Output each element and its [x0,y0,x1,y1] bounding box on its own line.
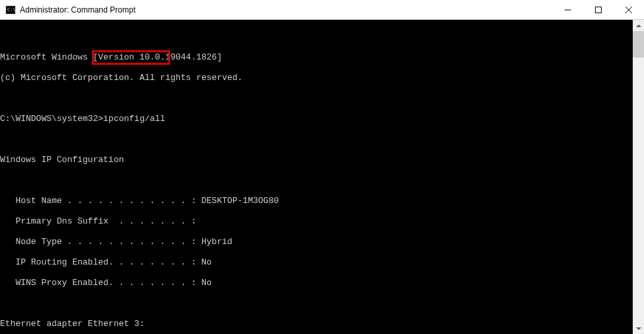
config-value: DESKTOP-1M3OG80 [201,196,279,206]
window-controls [553,0,644,19]
svg-text:C:\: C:\ [7,7,16,13]
config-label: IP Routing Enabled. . . . . . . . : [0,257,201,267]
section-heading: Windows IP Configuration [0,155,644,165]
terminal-content: Microsoft Windows [Version 10.0.19044.18… [0,42,644,334]
section-heading: Ethernet adapter Ethernet 3: [0,319,644,329]
cmd-icon: C:\ [5,5,16,15]
config-row: Primary Dns Suffix . . . . . . . : [0,216,644,227]
window-title: Administrator: Command Prompt [20,5,136,15]
config-row: WINS Proxy Enabled. . . . . . . . : No [0,278,644,288]
config-row: IP Routing Enabled. . . . . . . . : No [0,257,644,268]
vertical-scrollbar[interactable] [633,20,644,334]
version-line: Microsoft Windows [Version 10.0.19044.18… [0,52,644,63]
config-row: Host Name . . . . . . . . . . . . : DESK… [0,196,644,206]
blank-line [0,93,644,104]
scroll-thumb[interactable] [633,31,644,58]
prompt-path: C:\WINDOWS\system32 [0,114,98,124]
scroll-down-button[interactable] [633,323,644,334]
config-label: Host Name . . . . . . . . . . . . : [0,196,201,206]
close-button[interactable] [614,0,644,19]
blank-line [0,298,644,309]
titlebar[interactable]: C:\ Administrator: Command Prompt [0,0,644,20]
title-left: C:\ Administrator: Command Prompt [0,5,136,15]
config-label: Primary Dns Suffix . . . . . . . : [0,216,196,226]
svg-marker-7 [636,327,641,330]
typed-command: >ipconfig/all [98,114,165,124]
blank-line [0,175,644,186]
config-label: WINS Proxy Enabled. . . . . . . . : [0,278,201,288]
command-line: C:\WINDOWS\system32>ipconfig/all [0,114,644,124]
config-value: No [201,257,212,267]
svg-marker-6 [636,24,641,27]
scroll-up-button[interactable] [633,20,644,31]
maximize-button[interactable] [583,0,614,19]
config-value: No [201,278,212,288]
config-value: Hybrid [201,237,232,247]
config-label: Node Type . . . . . . . . . . . . : [0,237,201,247]
config-row: Node Type . . . . . . . . . . . . : Hybr… [0,237,644,247]
minimize-button[interactable] [553,0,583,19]
copyright-line: (c) Microsoft Corporation. All rights re… [0,73,644,83]
svg-rect-3 [596,7,602,13]
blank-line [0,134,644,145]
terminal-area[interactable]: Microsoft Windows [Version 10.0.19044.18… [0,20,644,334]
